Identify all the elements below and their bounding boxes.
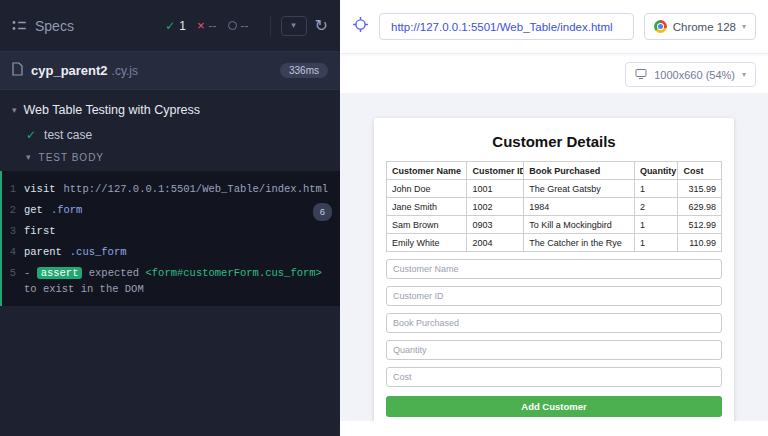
customer-id-input[interactable] [386,286,722,306]
viewport-size: 1000x660 (54%) [654,69,735,81]
refresh-icon: ↻ [315,17,328,34]
chevron-down-icon: ▾ [291,21,296,30]
element-count-badge: 6 [313,203,332,221]
file-icon [12,62,23,80]
test-stats: ✓ 1 × -- -- ▾ ↻ [165,16,328,36]
command-row-assert[interactable]: 5 - assert expected <form#customerForm.c… [2,262,340,299]
quantity-input[interactable] [386,340,722,360]
passed-count: 1 [179,19,186,33]
command-number: 2 [2,202,24,218]
command-row-get[interactable]: 2 get.form 6 [2,199,340,220]
table-cell: 1001 [467,180,524,198]
specs-list-icon[interactable] [12,17,27,35]
command-number: 4 [2,244,24,260]
stats-dropdown-button[interactable]: ▾ [281,16,307,36]
chevron-down-icon: ▾ [742,70,746,79]
customer-table: Customer Name Customer ID Book Purchased… [386,161,722,252]
command-name: get [24,204,43,216]
test-body-toggle[interactable]: ▾ TEST BODY [0,148,340,170]
command-name: parent [24,246,62,258]
assert-badge: assert [37,267,83,279]
cypress-reporter: Specs ✓ 1 × -- -- ▾ ↻ [0,0,340,436]
command-content: parent.cus_form [24,244,340,260]
stat-failed[interactable]: × -- [197,18,217,33]
table-cell: John Doe [387,180,467,198]
address-bar[interactable]: http://127.0.0.1:5501/Web_Table/index.ht… [379,13,634,40]
spec-file-row[interactable]: cyp_parent2 .cy.js 336ms [0,52,340,90]
cost-input[interactable] [386,367,722,387]
viewport-selector[interactable]: 1000x660 (54%) ▾ [625,62,756,87]
table-cell: 2004 [467,234,524,252]
table-cell: To Kill a Mockingbird [524,216,635,234]
table-cell: 315.99 [678,180,722,198]
table-row: Sam Brown 0903 To Kill a Mockingbird 1 5… [387,216,722,234]
chevron-down-icon: ▾ [742,22,746,31]
command-name: first [24,225,56,237]
assert-target-element: <form#customerForm.cus_form> [145,267,321,279]
chevron-down-icon: ▾ [26,153,32,162]
command-number: 5 [2,265,24,297]
viewport-icon [635,68,647,82]
table-cell: Jane Smith [387,198,467,216]
check-icon: ✓ [165,19,175,33]
table-row: John Doe 1001 The Great Gatsby 1 315.99 [387,180,722,198]
browser-pane: http://127.0.0.1:5501/Web_Table/index.ht… [340,0,768,436]
table-cell: 1984 [524,198,635,216]
table-cell: The Great Gatsby [524,180,635,198]
runner-toolbar: http://127.0.0.1:5501/Web_Table/index.ht… [340,0,768,54]
add-customer-button[interactable]: Add Customer [386,396,722,417]
spec-duration-badge: 336ms [280,63,328,78]
command-content: first [24,223,340,239]
command-name: visit [24,183,56,195]
command-number: 1 [2,181,24,197]
table-cell: The Catcher in the Rye [524,234,635,252]
table-cell: 110.99 [678,234,722,252]
browser-name: Chrome 128 [673,21,736,33]
header-controls: ▾ ↻ [270,16,328,36]
browser-selector[interactable]: Chrome 128 ▾ [644,13,756,40]
column-header: Cost [678,162,722,180]
table-cell: Emily White [387,234,467,252]
chevron-down-icon: ▾ [12,106,17,115]
test-passed-check-icon: ✓ [26,128,36,142]
command-arg-selector: .cus_form [70,246,127,258]
book-purchased-input[interactable] [386,313,722,333]
command-arg-url: http://127.0.0.1:5501/Web_Table/index.ht… [64,183,329,195]
table-cell: 2 [634,198,678,216]
selector-playground-icon[interactable] [352,16,369,37]
command-arg-selector: .form [51,204,83,216]
page-title: Customer Details [386,133,722,150]
pending-count: -- [241,19,249,33]
chrome-icon [654,20,667,33]
customer-details-card: Customer Details Customer Name Customer … [374,118,734,421]
command-content: - assert expected <form#customerForm.cus… [24,265,340,297]
command-row-first[interactable]: 3 first [2,220,340,241]
suite-title: Web Table Testing with Cypress [24,103,200,117]
command-log: 1 visithttp://127.0.0.1:5501/Web_Table/i… [0,171,340,306]
table-row: Emily White 2004 The Catcher in the Rye … [387,234,722,252]
rerun-tests-button[interactable]: ↻ [315,18,328,34]
customer-name-input[interactable] [386,259,722,279]
stat-passed[interactable]: ✓ 1 [165,19,186,33]
test-title: test case [44,128,92,142]
failed-count: -- [209,19,217,33]
assert-dash: - [24,267,30,279]
suite-title-row[interactable]: ▾ Web Table Testing with Cypress [0,90,340,123]
page-url: http://127.0.0.1:5501/Web_Table/index.ht… [391,21,613,33]
test-title-row[interactable]: ✓ test case [0,123,340,148]
command-number: 3 [2,223,24,239]
x-icon: × [197,18,205,33]
table-header-row: Customer Name Customer ID Book Purchased… [387,162,722,180]
aut-iframe: Customer Details Customer Name Customer … [340,93,768,421]
command-row-parent[interactable]: 4 parent.cus_form [2,241,340,262]
table-cell: 1 [634,216,678,234]
stat-pending[interactable]: -- [228,19,249,33]
column-header: Book Purchased [524,162,635,180]
table-row: Jane Smith 1002 1984 2 629.98 [387,198,722,216]
pending-circle-icon [228,21,237,30]
table-cell: Sam Brown [387,216,467,234]
table-cell: 1 [634,234,678,252]
command-row-visit[interactable]: 1 visithttp://127.0.0.1:5501/Web_Table/i… [2,178,340,199]
table-cell: 512.99 [678,216,722,234]
table-cell: 0903 [467,216,524,234]
